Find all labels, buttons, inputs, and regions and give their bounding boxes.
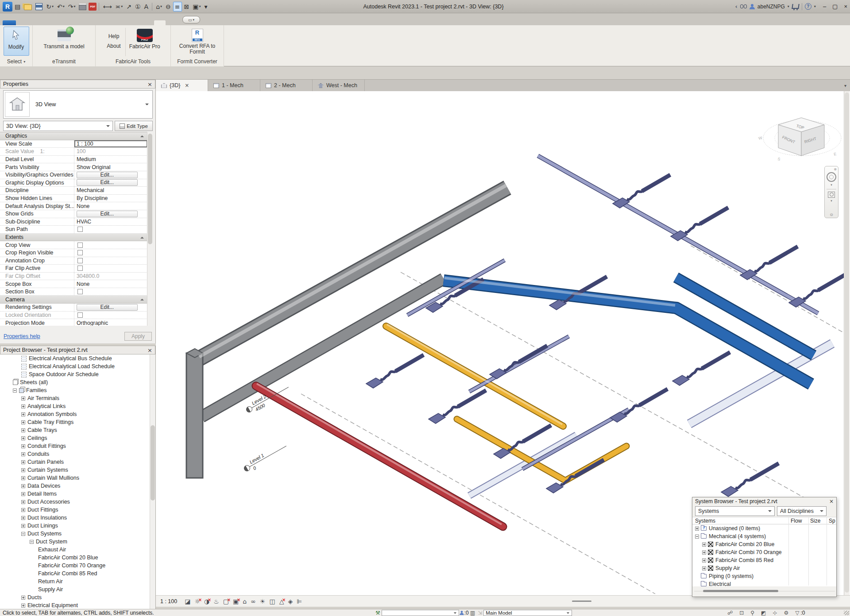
expander-icon[interactable] xyxy=(21,420,25,424)
checkbox[interactable] xyxy=(77,250,83,255)
view-tab[interactable]: West - Mech × xyxy=(313,80,365,91)
tree-item[interactable]: Duct Accessories xyxy=(0,498,150,506)
unlocked-3d-view-icon[interactable]: ⌂ xyxy=(243,597,247,606)
revit-logo[interactable] xyxy=(3,2,12,12)
active-tool-indicator[interactable]: ▾ xyxy=(182,16,200,23)
ribbon-tab[interactable] xyxy=(108,20,120,25)
checkbox[interactable] xyxy=(77,312,83,318)
modify-button[interactable]: Modify xyxy=(4,27,29,56)
select-links-icon[interactable]: ☍ xyxy=(727,610,733,616)
convert-rfa-to-formit-button[interactable]: R Convert RFA to FormIt xyxy=(175,27,220,56)
property-row[interactable]: Sub-Discipline HVAC HVAC xyxy=(0,218,147,226)
tree-item[interactable]: Conduit Fittings xyxy=(0,442,150,450)
default-3d-view-icon[interactable]: ⌂ xyxy=(155,2,163,12)
help-menu-chevron-icon[interactable]: ▾ xyxy=(814,4,816,8)
tree-item[interactable]: Detail Items xyxy=(0,490,150,498)
ribbon-tab[interactable] xyxy=(50,20,62,25)
system-browser-hscrollbar[interactable] xyxy=(694,589,835,593)
tree-item[interactable]: Duct Systems xyxy=(0,530,150,538)
property-row[interactable]: Crop Region Visible xyxy=(0,249,147,257)
collapse-search-icon[interactable]: ‹ xyxy=(735,3,738,10)
tree-item[interactable]: Supply Air xyxy=(0,585,150,593)
tree-item[interactable]: Annotation Symbols xyxy=(0,410,150,418)
system-row[interactable]: Supply Air xyxy=(692,564,836,572)
expander-icon[interactable] xyxy=(21,524,25,528)
property-row[interactable]: Graphics xyxy=(0,132,147,140)
selection-filter-icon[interactable]: ▽ xyxy=(795,610,799,616)
expander-icon[interactable] xyxy=(702,566,706,570)
store-cart-icon[interactable] xyxy=(792,4,800,9)
view-scale-control[interactable]: 1 : 100 xyxy=(160,598,177,604)
edit-type-button[interactable]: Edit Type xyxy=(115,121,153,131)
property-row[interactable]: Crop View xyxy=(0,241,147,249)
expander-icon[interactable] xyxy=(21,444,25,448)
file-properties-icon[interactable]: ▤ xyxy=(13,2,22,12)
level-1-marker[interactable]: Level 1 0 xyxy=(241,441,289,475)
open-icon[interactable] xyxy=(23,2,33,12)
ribbon-tab[interactable] xyxy=(143,20,154,25)
show-crop-region-icon[interactable]: ▣ xyxy=(233,597,239,606)
aligned-dimension-icon[interactable]: ≍ xyxy=(114,2,124,12)
properties-scrollbar[interactable] xyxy=(147,132,153,326)
disciplines-filter-select[interactable]: All Disciplines xyxy=(777,506,827,516)
close-view-icon[interactable]: × xyxy=(185,82,189,89)
tree-item[interactable]: FabricAir Combi 85 Red xyxy=(0,570,150,578)
properties-filter-combo[interactable]: 3D View: {3D} xyxy=(3,121,113,131)
expander-icon[interactable] xyxy=(702,543,706,547)
tree-item[interactable]: Duct Linings xyxy=(0,522,150,530)
property-row[interactable]: Extents xyxy=(0,234,147,242)
close-button[interactable]: × xyxy=(844,3,847,10)
design-options-icon[interactable]: ⇲ xyxy=(478,610,482,616)
checkbox[interactable] xyxy=(77,258,83,263)
undo-icon[interactable]: ↶ xyxy=(56,2,66,12)
expander-icon[interactable] xyxy=(21,460,25,464)
expander-icon[interactable] xyxy=(21,516,25,520)
select-elements-by-face-icon[interactable]: ◩ xyxy=(761,610,766,616)
system-row[interactable]: Unassigned (0 items) xyxy=(692,524,836,532)
tree-item[interactable]: Space Outdoor Air Schedule xyxy=(0,370,150,378)
steering-wheel-icon[interactable] xyxy=(827,172,836,182)
reveal-constraints-icon[interactable]: ⊫ xyxy=(297,597,302,606)
search-icon[interactable] xyxy=(740,4,747,8)
shadows-icon[interactable]: ◑ xyxy=(204,597,209,606)
tree-item[interactable]: Air Terminals xyxy=(0,394,150,402)
select-pinned-elements-icon[interactable]: ⚲ xyxy=(750,610,754,616)
expander-icon[interactable] xyxy=(702,558,706,562)
fabricair-pro-button[interactable]: PRO FabricAir Pro xyxy=(128,27,162,50)
tree-item[interactable]: Electrical Analytical Bus Schedule xyxy=(0,354,150,362)
ribbon-tab[interactable] xyxy=(16,20,27,25)
property-row[interactable]: Scale Value 1: 100 100 xyxy=(0,148,147,156)
property-row[interactable]: Default Analysis Display St... None None xyxy=(0,202,147,210)
thin-lines-icon[interactable]: ≡ xyxy=(173,2,182,12)
canvas-horizontal-scrollbar[interactable] xyxy=(572,601,591,602)
property-row[interactable]: Scope Box None None xyxy=(0,280,147,288)
expander-icon[interactable] xyxy=(21,508,25,512)
system-row[interactable]: Mechanical (4 systems) xyxy=(692,532,836,540)
expander-icon[interactable] xyxy=(21,492,25,496)
select-underlay-elements-icon[interactable]: ⊡ xyxy=(739,610,744,616)
modify-arrow-icon[interactable]: ↗ xyxy=(125,2,133,12)
expander-icon[interactable] xyxy=(21,428,25,432)
property-row[interactable]: Annotation Crop xyxy=(0,257,147,265)
property-row[interactable]: View Scale 1 : 100 1 : 100 xyxy=(0,140,147,148)
help-icon[interactable]: ? xyxy=(805,3,811,10)
expander-icon[interactable] xyxy=(13,389,17,393)
highlight-displacement-sets-icon[interactable]: ◈ xyxy=(288,597,293,606)
temporary-hide-isolate-icon[interactable]: ∞ xyxy=(251,597,256,606)
expander-icon[interactable] xyxy=(21,484,25,488)
project-browser-scrollbar[interactable] xyxy=(150,354,155,609)
signed-in-user[interactable]: abeNZNPG xyxy=(757,4,785,10)
navbar-collapse-icon[interactable]: ⊖ xyxy=(830,212,833,217)
tree-item[interactable]: FabricAir Combi 20 Blue xyxy=(0,554,150,562)
expander-icon[interactable] xyxy=(695,535,699,539)
expander-icon[interactable] xyxy=(21,436,25,440)
project-browser-header[interactable]: Project Browser - Test project 2.rvt × xyxy=(0,346,155,354)
property-row[interactable]: Discipline Mechanical Mechanical xyxy=(0,187,147,195)
expander-icon[interactable] xyxy=(21,468,25,472)
expander-icon[interactable] xyxy=(702,551,706,554)
reveal-hidden-elements-icon[interactable]: ☀ xyxy=(260,597,266,606)
systems-filter-select[interactable]: Systems xyxy=(695,506,775,516)
editing-requests-icon[interactable]: ▥ xyxy=(470,610,475,616)
property-row[interactable]: Projection Mode Orthographic Orthographi… xyxy=(0,319,147,326)
viewcube[interactable]: W S E TOP FRONT RIGHT xyxy=(758,118,841,162)
